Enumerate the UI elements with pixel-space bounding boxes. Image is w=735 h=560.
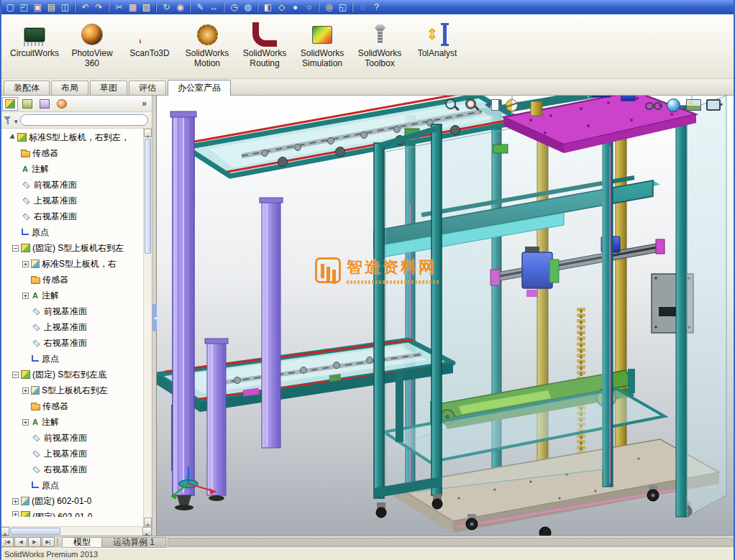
- tree-item[interactable]: +S型上板机右到左: [0, 382, 143, 398]
- cut-icon[interactable]: ✂: [112, 1, 126, 13]
- motion-tab-1[interactable]: 运动算例 1: [102, 537, 166, 548]
- model-view[interactable]: [157, 96, 735, 536]
- tree-expander[interactable]: +: [12, 498, 19, 505]
- tree-item[interactable]: 上视基准面: [0, 319, 143, 335]
- tree-expander[interactable]: −: [12, 245, 19, 252]
- toolbox-button[interactable]: SolidWorks Toolbox: [351, 18, 408, 75]
- panel-splitter[interactable]: [152, 96, 157, 536]
- tree-item[interactable]: 标准S型上板机，右到左，: [0, 129, 143, 145]
- command-tab[interactable]: 草图: [90, 81, 127, 95]
- panel-tab-display-manager[interactable]: [54, 97, 70, 111]
- section-view-icon[interactable]: [503, 96, 521, 114]
- tree-item[interactable]: 前视基准面: [0, 177, 143, 193]
- tree-item[interactable]: 传感器: [0, 272, 143, 288]
- tree-expander[interactable]: +: [22, 419, 29, 426]
- paste-icon[interactable]: ▧: [140, 1, 153, 13]
- filter-input[interactable]: [20, 114, 148, 126]
- tree-expander[interactable]: +: [22, 261, 29, 267]
- tree-item[interactable]: 前视基准面: [0, 303, 143, 319]
- edit-appearance-icon[interactable]: ◉: [173, 1, 187, 13]
- filter-icon[interactable]: [4, 116, 12, 124]
- copy-icon[interactable]: ▦: [126, 1, 140, 13]
- tree-item[interactable]: 注解: [0, 161, 143, 177]
- smart-dimension-icon[interactable]: ↔: [207, 1, 221, 13]
- scroll-down-button[interactable]: [144, 518, 152, 526]
- print-icon[interactable]: ▤: [45, 1, 58, 13]
- tree-item[interactable]: 原点: [0, 224, 143, 240]
- zoom-fit-icon[interactable]: ◎: [322, 1, 336, 13]
- edit-appearance-icon[interactable]: [665, 96, 682, 114]
- tab-splitter-handle[interactable]: [57, 538, 60, 546]
- zoom-to-area-icon[interactable]: [463, 96, 480, 114]
- motion-button[interactable]: SolidWorks Motion: [178, 18, 236, 75]
- command-tab[interactable]: 评估: [129, 81, 166, 95]
- tree-item[interactable]: 上视基准面: [0, 193, 143, 208]
- prev-frame-button[interactable]: ◀: [14, 537, 27, 547]
- tree-expander[interactable]: +: [22, 387, 29, 394]
- scroll-up-button[interactable]: [144, 129, 152, 137]
- rebuild-icon[interactable]: ↻: [160, 1, 173, 13]
- tree-item[interactable]: 传感器: [0, 145, 143, 161]
- apply-scene-icon[interactable]: [685, 96, 702, 114]
- save-icon[interactable]: ▣: [31, 1, 45, 13]
- mass-properties-icon[interactable]: ◍: [241, 1, 255, 13]
- model-front-glass[interactable]: [385, 111, 603, 495]
- view-settings-icon[interactable]: [705, 96, 722, 114]
- tree-item[interactable]: +(固定) 602-01-0: [0, 509, 143, 517]
- view-orientation-icon[interactable]: ◇: [275, 1, 288, 13]
- tree-item[interactable]: 右视基准面: [0, 335, 143, 351]
- open-icon[interactable]: ◰: [17, 1, 31, 13]
- tree-item[interactable]: 传感器: [0, 398, 143, 414]
- scanto3d-button[interactable]: ScanTo3D: [121, 18, 178, 75]
- tree-expander[interactable]: −: [12, 372, 19, 378]
- next-frame-button[interactable]: ▶: [28, 537, 41, 547]
- tree-horizontal-scrollbar[interactable]: [0, 526, 152, 536]
- redo-icon[interactable]: ↷: [92, 1, 106, 13]
- tree-vertical-scrollbar[interactable]: [143, 129, 152, 526]
- zoom-area-icon[interactable]: ◱: [336, 1, 350, 13]
- photoview360-button[interactable]: PhotoView 360: [63, 18, 121, 75]
- new-icon[interactable]: ▢: [4, 1, 17, 13]
- command-tab[interactable]: 办公室产品: [168, 80, 231, 96]
- circuitworks-button[interactable]: CircuitWorks: [6, 18, 63, 75]
- vertical-scrollbar-thumb[interactable]: [145, 139, 151, 254]
- tree-item[interactable]: −(固定) S型上板机右到左: [0, 240, 143, 256]
- hide-show-items-icon[interactable]: [644, 96, 662, 114]
- undo-icon[interactable]: ↶: [78, 1, 92, 13]
- first-frame-button[interactable]: |◀: [1, 537, 14, 547]
- panel-overflow-button[interactable]: »: [139, 98, 150, 109]
- tree-item[interactable]: 上视基准面: [0, 446, 143, 462]
- simulation-button[interactable]: SolidWorks Simulation: [293, 18, 351, 75]
- tree-item[interactable]: 右视基准面: [0, 208, 143, 224]
- section-view-icon[interactable]: ◧: [261, 1, 275, 13]
- tree-item[interactable]: +注解: [0, 414, 143, 430]
- wireframe-view-icon[interactable]: ○: [302, 1, 316, 13]
- print-preview-icon[interactable]: ◫: [58, 1, 72, 13]
- shaded-view-icon[interactable]: ●: [288, 1, 302, 13]
- scroll-right-button[interactable]: [142, 527, 152, 536]
- horizontal-scrollbar-thumb[interactable]: [10, 528, 60, 535]
- tree-expander[interactable]: +: [12, 511, 19, 517]
- panel-tab-featuremanager-tree[interactable]: [2, 97, 18, 111]
- tree-item[interactable]: 右视基准面: [0, 462, 143, 477]
- tree-item[interactable]: 前视基准面: [0, 430, 143, 446]
- tolanalyst-button[interactable]: TolAnalyst: [408, 18, 466, 75]
- previous-view-icon[interactable]: [483, 96, 501, 114]
- zoom-fit-icon[interactable]: [443, 96, 460, 114]
- tree-item[interactable]: +(固定) 602-01-0: [0, 493, 143, 509]
- tree-item[interactable]: 原点: [0, 351, 143, 367]
- search-icon[interactable]: ◌: [356, 1, 370, 13]
- command-tab[interactable]: 装配体: [4, 81, 50, 95]
- filter-dropdown-icon[interactable]: [14, 114, 18, 127]
- tree-item[interactable]: +注解: [0, 288, 143, 303]
- measure-icon[interactable]: ◷: [227, 1, 241, 13]
- graphics-area[interactable]: 智造资料网: [157, 96, 735, 536]
- panel-tab-propertymanager[interactable]: [19, 97, 35, 111]
- tree-item[interactable]: 原点: [0, 477, 143, 493]
- motion-tab-0[interactable]: 模型: [62, 537, 102, 548]
- help-icon[interactable]: ?: [370, 1, 383, 13]
- tree-item[interactable]: +标准S型上板机，右: [0, 256, 143, 272]
- tree-item[interactable]: −(固定) S型右到左底: [0, 367, 143, 382]
- panel-tab-configuration-manager[interactable]: [37, 97, 52, 111]
- last-frame-button[interactable]: ▶|: [42, 537, 55, 547]
